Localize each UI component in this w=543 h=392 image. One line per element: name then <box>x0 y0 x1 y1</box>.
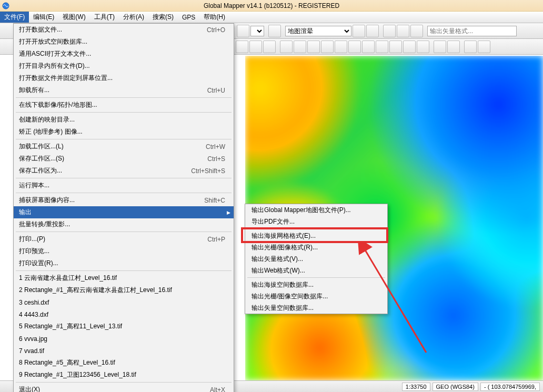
export-submenu-item[interactable]: 输出Global Mapper地图包文件(P)... <box>245 204 387 216</box>
file-menu-item[interactable]: 打印设置(R)... <box>14 257 234 269</box>
file-menu-item[interactable]: 通用ASCII打开文本文件... <box>14 48 234 60</box>
export-submenu-item[interactable]: 输出海拔空间数据库... <box>245 279 387 290</box>
file-menu-item[interactable]: 加载工作区...(L)Ctrl+W <box>14 140 234 153</box>
export-submenu: 输出Global Mapper地图包文件(P)...导出PDF文件...输出海拔… <box>245 204 388 314</box>
file-menu-item[interactable]: 打印预览... <box>14 245 234 257</box>
export-submenu-item[interactable]: 输出光栅/图像格式(R)... <box>245 242 387 253</box>
file-menu-item[interactable]: 批量转换/重投影... <box>14 218 234 230</box>
toolbar-btn[interactable] <box>335 41 347 53</box>
titlebar: Global Mapper v14.1 (b120512) - REGISTER… <box>0 0 543 12</box>
status-scale: 1:33750 <box>402 383 430 391</box>
toolbar-btn[interactable] <box>268 25 281 37</box>
status-projection: GEO (WGS84) <box>433 383 478 391</box>
file-menu-item[interactable]: 4 4443.dxf <box>14 308 234 320</box>
file-menu-item[interactable]: 3 ceshi.dxf <box>14 296 234 308</box>
file-menu-item[interactable]: 7 vvad.tif <box>14 345 234 357</box>
file-menu-dropdown: 打开数据文件...Ctrl+O打开开放式空间数据库...通用ASCII打开文本文… <box>13 23 234 392</box>
toolbar-btn[interactable] <box>353 25 365 37</box>
file-menu-item[interactable]: 打开数据文件...Ctrl+O <box>14 24 234 36</box>
file-menu-item[interactable]: 保存工作区为...Ctrl+Shift+S <box>14 165 234 177</box>
toolbar-btn[interactable] <box>403 41 416 53</box>
toolbar-btn[interactable] <box>321 41 334 53</box>
toolbar-btn[interactable] <box>236 41 248 53</box>
export-submenu-item[interactable]: 输出海拔网格格式(E)... <box>245 230 387 242</box>
toolbar-btn[interactable] <box>348 41 361 53</box>
menu-analysis[interactable]: 分析(A) <box>119 12 148 23</box>
file-menu-item[interactable]: 5 Rectangle_#1_高程11_Level_13.tif <box>14 320 234 333</box>
file-menu-item[interactable]: 输出▶ <box>14 206 234 218</box>
menu-edit[interactable]: 编辑(E) <box>29 12 58 23</box>
file-menu-item[interactable]: 保存工作区...(S)Ctrl+S <box>14 153 234 165</box>
toolbar-btn[interactable] <box>263 41 276 53</box>
file-menu-item[interactable]: 打开数据文件并固定到屏幕位置... <box>14 72 234 84</box>
file-menu-item[interactable]: 6 vvva.jpg <box>14 333 234 345</box>
menu-gps[interactable]: GPS <box>178 12 199 23</box>
toolbar-btn[interactable] <box>307 41 320 53</box>
file-menu-item[interactable]: 矫正 (地理参考) 图像... <box>14 126 234 138</box>
menu-file[interactable]: 文件(F) <box>0 12 29 23</box>
file-menu-item[interactable]: 运行脚本... <box>14 179 234 192</box>
toolbar-btn[interactable] <box>294 41 306 53</box>
file-menu-item[interactable]: 打印...(P)Ctrl+P <box>14 233 234 245</box>
toolbar-btn[interactable] <box>478 41 490 53</box>
toolbar-btn[interactable] <box>464 41 477 53</box>
toolbar-btn[interactable] <box>362 41 375 53</box>
export-submenu-item[interactable]: 输出光栅/图像空间数据库... <box>245 290 387 302</box>
file-menu-item[interactable]: 创建新的映射目录... <box>14 114 234 126</box>
toolbar-btn[interactable] <box>280 41 293 53</box>
status-coords: - ( 103.0784759969, <box>480 383 540 391</box>
export-submenu-item[interactable]: 导出PDF文件... <box>245 216 387 227</box>
export-submenu-item[interactable]: 输出矢量空间数据库... <box>245 302 387 314</box>
toolbar-btn[interactable] <box>434 41 446 53</box>
menubar: 文件(F) 编辑(E) 视图(W) 工具(T) 分析(A) 搜索(S) GPS … <box>0 12 543 23</box>
file-menu-item[interactable]: 2 Rectangle_#1_高程云南省建水县盘江村_Level_16.tif <box>14 284 234 296</box>
file-menu-item[interactable]: 卸载所有...Ctrl+U <box>14 84 234 96</box>
toolbar-btn[interactable] <box>249 41 262 53</box>
title-text: Global Mapper v14.1 (b120512) - REGISTER… <box>204 2 339 9</box>
file-menu-item[interactable]: 打开目录内所有文件(D)... <box>14 60 234 72</box>
menu-view[interactable]: 视图(W) <box>58 12 89 23</box>
toolbar-btn[interactable] <box>447 41 460 53</box>
toolbar-btn[interactable] <box>397 25 409 37</box>
file-menu-item[interactable]: 9 Rectangle_#1_卫图123456_Level_18.tif <box>14 369 234 381</box>
toolbar-select[interactable] <box>250 26 264 36</box>
file-menu-item[interactable]: 捕获屏幕图像内容...Shift+C <box>14 194 234 206</box>
file-menu-item[interactable]: 打开开放式空间数据库... <box>14 36 234 48</box>
menu-tools[interactable]: 工具(T) <box>90 12 119 23</box>
file-menu-item[interactable]: 在线下载影像/拓扑/地形图... <box>14 99 234 111</box>
file-menu-item[interactable]: 1 云南省建水县盘江村_Level_16.tif <box>14 272 234 284</box>
render-mode-select[interactable]: 地图渲晕 <box>285 26 351 36</box>
export-submenu-item[interactable]: 输出矢量格式(V)... <box>245 253 387 265</box>
toolbar-btn[interactable] <box>417 41 429 53</box>
toolbar-btn[interactable] <box>410 25 423 37</box>
file-menu-item[interactable]: 8 Rectangle_#5_高程_Level_16.tif <box>14 357 234 369</box>
toolbar-btn[interactable] <box>376 41 388 53</box>
toolbar-btn[interactable] <box>237 25 249 37</box>
app-icon <box>2 2 9 9</box>
file-menu-item[interactable]: 退出(X)Alt+X <box>14 384 234 392</box>
export-format-input[interactable] <box>427 26 517 36</box>
toolbar-btn[interactable] <box>383 25 396 37</box>
toolbar-btn[interactable] <box>366 25 379 37</box>
export-submenu-item[interactable]: 输出Web格式(W)... <box>245 265 387 276</box>
menu-search[interactable]: 搜索(S) <box>148 12 178 23</box>
toolbar-btn[interactable] <box>389 41 402 53</box>
menu-help[interactable]: 帮助(H) <box>199 12 229 23</box>
